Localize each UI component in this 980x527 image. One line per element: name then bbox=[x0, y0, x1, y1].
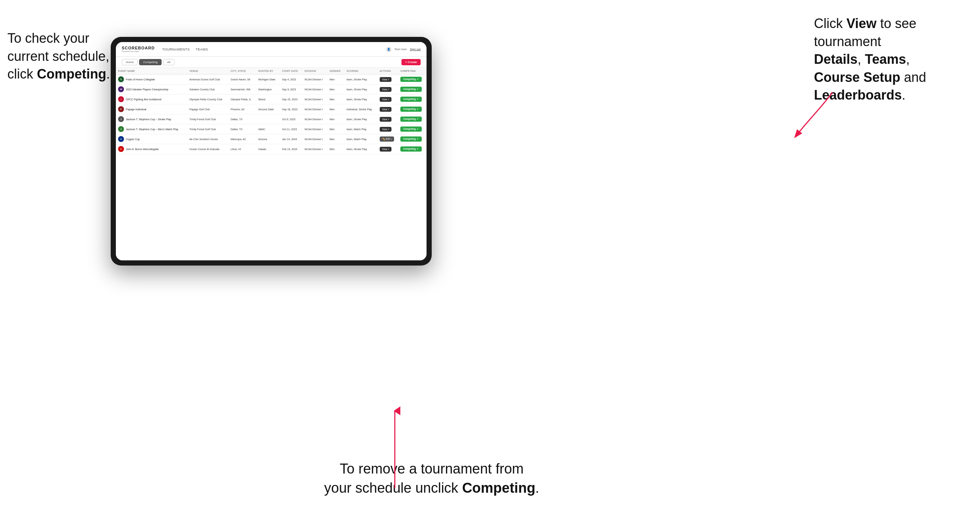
col-scoring: SCORING bbox=[344, 68, 377, 75]
filter-bar: Home Competing All + Create bbox=[116, 57, 426, 68]
view-button[interactable]: View ℹ bbox=[380, 127, 391, 132]
team-logo: S bbox=[118, 76, 124, 82]
ann-tl-bold: Competing bbox=[37, 67, 106, 81]
cell-city-state: Maricopa, AZ bbox=[228, 134, 256, 144]
cell-start-date: Sep 4, 2023 bbox=[280, 75, 302, 84]
competing-button[interactable]: Competing ✓ bbox=[400, 146, 422, 152]
cell-scoring: team, Stroke Play bbox=[344, 144, 377, 154]
col-division: DIVISION bbox=[302, 68, 327, 75]
app-header: SCOREBOARD Powered by clippi TOURNAMENTS… bbox=[116, 42, 426, 57]
table-body: S Folds of Honor Collegiate American Dun… bbox=[116, 75, 426, 154]
cell-gender: Men bbox=[327, 84, 344, 94]
signout-link[interactable]: Sign out bbox=[410, 48, 421, 51]
cell-scoring: team, Stroke Play bbox=[344, 114, 377, 124]
cell-event-name: W 2023 Sahalee Players Championship bbox=[116, 84, 187, 94]
cell-hosted-by: Washington bbox=[256, 84, 280, 94]
tournaments-table: EVENT NAME VENUE CITY, STATE HOSTED BY S… bbox=[116, 68, 426, 154]
cell-event-name: P Papago Individual bbox=[116, 104, 187, 114]
view-button[interactable]: View ℹ bbox=[380, 97, 391, 102]
cell-gender: Men bbox=[327, 104, 344, 114]
cell-division: NCAA Division I bbox=[302, 144, 327, 154]
table-row: S Folds of Honor Collegiate American Dun… bbox=[116, 75, 426, 84]
cell-city-state: Sammamish, WA bbox=[228, 84, 256, 94]
cell-actions: View ℹ bbox=[377, 114, 398, 124]
cell-scoring: team, Match Play bbox=[344, 134, 377, 144]
team-logo: H bbox=[118, 146, 124, 152]
competing-button[interactable]: Competing ✓ bbox=[400, 77, 422, 82]
team-logo: W bbox=[118, 86, 124, 92]
cell-division: NCAA Division I bbox=[302, 134, 327, 144]
cell-actions: View ℹ bbox=[377, 104, 398, 114]
table-row: A Copper Cup Ak-Chin Southern DunesMaric… bbox=[116, 134, 426, 144]
create-button[interactable]: + Create bbox=[401, 59, 421, 65]
tab-home[interactable]: Home bbox=[122, 59, 138, 65]
ann-tl-line2: current schedule, bbox=[7, 49, 109, 64]
table-container[interactable]: EVENT NAME VENUE CITY, STATE HOSTED BY S… bbox=[116, 68, 426, 260]
cell-division: NCAA Division I bbox=[302, 75, 327, 84]
view-button[interactable]: View ℹ bbox=[380, 77, 391, 82]
edit-button[interactable]: ✏️ Edit ℹ bbox=[380, 137, 394, 141]
cell-division: NCAA Division I bbox=[302, 114, 327, 124]
view-button[interactable]: View ℹ bbox=[380, 117, 391, 122]
cell-competing: Competing ✓ bbox=[398, 114, 426, 124]
cell-venue: Olympia Fields Country Club bbox=[187, 94, 228, 104]
cell-venue: Trinity Forest Golf Club bbox=[187, 124, 228, 134]
cell-start-date: Sep 15, 2023 bbox=[280, 94, 302, 104]
col-city-state: CITY, STATE bbox=[228, 68, 256, 75]
table-row: H John A. Burns Intercollegiate Ocean Co… bbox=[116, 144, 426, 154]
cell-competing: Competing ✓ bbox=[398, 144, 426, 154]
view-button[interactable]: View ℹ bbox=[380, 147, 391, 152]
competing-button[interactable]: Competing ✓ bbox=[400, 106, 422, 112]
col-competing: COMPETING bbox=[398, 68, 426, 75]
competing-button[interactable]: Competing ✓ bbox=[400, 127, 422, 132]
cell-event-name: I OFCC Fighting Illini Invitational bbox=[116, 94, 187, 104]
cell-gender: Men bbox=[327, 124, 344, 134]
event-name-text: Folds of Honor Collegiate bbox=[126, 78, 155, 81]
view-button[interactable]: View ℹ bbox=[380, 107, 391, 112]
cell-competing: Competing ✓ bbox=[398, 134, 426, 144]
nav-tournaments[interactable]: TOURNAMENTS bbox=[162, 48, 190, 51]
cell-actions: View ℹ bbox=[377, 94, 398, 104]
event-name-text: Copper Cup bbox=[126, 138, 140, 141]
event-name-text: Jackson T. Stephens Cup – Men's Match Pl… bbox=[126, 128, 178, 130]
header-right: 👤 Test User Sign out bbox=[386, 47, 421, 52]
event-name-text: Jackson T. Stephens Cup – Stroke Play bbox=[126, 118, 171, 121]
cell-city-state: Grand Haven, MI bbox=[228, 75, 256, 84]
cell-actions: View ℹ bbox=[377, 144, 398, 154]
user-icon: 👤 bbox=[386, 47, 391, 52]
tab-all[interactable]: All bbox=[163, 59, 175, 65]
competing-button[interactable]: Competing ✓ bbox=[400, 97, 422, 102]
cell-division: NCAA Division I bbox=[302, 104, 327, 114]
competing-button[interactable]: Competing ✓ bbox=[400, 116, 422, 122]
cell-venue: American Dunes Golf Club bbox=[187, 75, 228, 84]
tab-competing[interactable]: Competing bbox=[139, 59, 162, 65]
table-row: J Jackson T. Stephens Cup – Men's Match … bbox=[116, 124, 426, 134]
cell-start-date: Oct 11, 2023 bbox=[280, 124, 302, 134]
ann-tr-line2: tournament bbox=[814, 34, 881, 49]
event-name-text: John A. Burns Intercollegiate bbox=[126, 148, 159, 151]
table-row: P Papago Individual Papago Golf ClubPhoe… bbox=[116, 104, 426, 114]
nav-teams[interactable]: TEAMS bbox=[196, 48, 208, 51]
competing-button[interactable]: Competing ✓ bbox=[400, 137, 422, 141]
cell-venue: Ak-Chin Southern Dunes bbox=[187, 134, 228, 144]
cell-hosted-by: Hawaii bbox=[256, 144, 280, 154]
cell-actions: View ℹ bbox=[377, 75, 398, 84]
ann-tl-line1: To check your bbox=[7, 31, 89, 46]
cell-competing: Competing ✓ bbox=[398, 104, 426, 114]
ann-tl-end: . bbox=[106, 67, 110, 81]
col-start-date: START DATE bbox=[280, 68, 302, 75]
competing-button[interactable]: Competing ✓ bbox=[400, 87, 422, 92]
cell-event-name: J Jackson T. Stephens Cup – Stroke Play bbox=[116, 114, 187, 124]
cell-competing: Competing ✓ bbox=[398, 124, 426, 134]
table-row: J Jackson T. Stephens Cup – Stroke Play … bbox=[116, 114, 426, 124]
cell-start-date: Jan 14, 2024 bbox=[280, 134, 302, 144]
cell-venue: Sahalee Country Club bbox=[187, 84, 228, 94]
view-button[interactable]: View ℹ bbox=[380, 87, 391, 92]
logo-subtitle: Powered by clippi bbox=[122, 50, 154, 52]
cell-event-name: J Jackson T. Stephens Cup – Men's Match … bbox=[116, 124, 187, 134]
cell-start-date: Sep 18, 2023 bbox=[280, 104, 302, 114]
ann-bot-line1: To remove a tournament from bbox=[340, 461, 523, 476]
table-header-row: EVENT NAME VENUE CITY, STATE HOSTED BY S… bbox=[116, 68, 426, 75]
tablet-shell: SCOREBOARD Powered by clippi TOURNAMENTS… bbox=[111, 37, 432, 265]
cell-competing: Competing ✓ bbox=[398, 84, 426, 94]
